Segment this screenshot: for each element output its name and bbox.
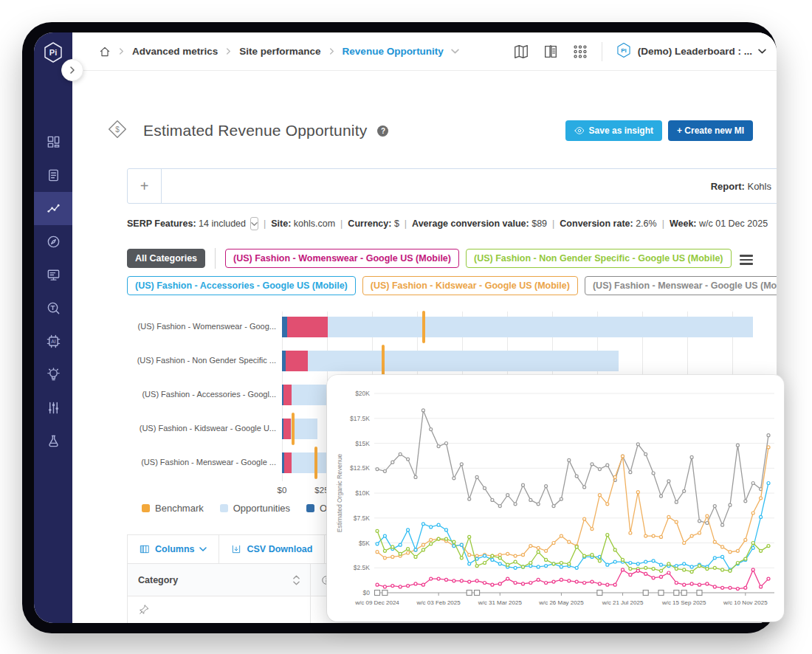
sort-icon[interactable] [293, 575, 300, 585]
bar-row[interactable] [282, 419, 317, 439]
bar-axis-tick: $0 [278, 486, 287, 495]
bar-row[interactable] [282, 351, 619, 371]
meta-value: kohls.com [294, 218, 335, 229]
sidebar-item-performance-trend[interactable] [34, 192, 72, 225]
create-new-mi-button[interactable]: + Create new MI [668, 120, 753, 141]
sidebar-item-explore[interactable] [34, 225, 72, 258]
svg-text:w/c 21 Jul 2025: w/c 21 Jul 2025 [602, 599, 644, 606]
benchmark-tick [422, 311, 425, 343]
meta-label: Average conversion value: [412, 218, 529, 229]
sidebar-item-reports[interactable] [34, 159, 72, 192]
meta-label: Conversion rate: [560, 218, 633, 229]
axis-annotation-marker [697, 591, 702, 596]
sidebar-item-settings-sliders[interactable] [34, 391, 72, 424]
bar-category-label: (US) Fashion - Womenswear - Goog... [117, 322, 276, 331]
series-green [377, 531, 768, 571]
app-launcher-icon[interactable] [572, 44, 588, 60]
opportunities-segment [308, 351, 619, 371]
home-icon[interactable] [99, 46, 111, 58]
help-icon[interactable]: ? [377, 125, 388, 137]
axis-annotation-marker [475, 591, 480, 596]
chip-all-categories[interactable]: All Categories [127, 249, 205, 268]
axis-annotation-marker [467, 591, 472, 596]
svg-text:$15K: $15K [355, 440, 370, 447]
sidebar-item-insights[interactable] [34, 358, 72, 391]
series-gray [377, 410, 768, 525]
revenue-opportunity-segment [284, 452, 292, 473]
meta-label: Site: [271, 218, 291, 229]
bar-category-label: (US) Fashion - Accessories - Googl... [117, 390, 276, 399]
sidebar-item-labs[interactable] [34, 424, 72, 458]
book-icon[interactable] [543, 44, 559, 60]
chevron-down-icon [758, 47, 766, 55]
account-menu[interactable]: Pi (Demo) Leaderboard : ... [616, 42, 766, 61]
meta-value: $89 [531, 218, 547, 229]
bar-category-label: (US) Fashion - Menswear - Google ... [117, 458, 276, 467]
map-icon[interactable] [513, 44, 529, 60]
pi-account-icon: Pi [616, 42, 632, 61]
pin-icon[interactable] [138, 607, 150, 618]
category-column-header: Category [138, 575, 178, 585]
revenue-opportunity-segment [286, 351, 309, 371]
svg-text:AI: AI [51, 339, 55, 344]
svg-text:$10K: $10K [355, 489, 370, 497]
chevron-down-icon [199, 545, 207, 553]
sidebar-item-dashboard[interactable] [34, 125, 72, 159]
report-card: + Report: Kohls [127, 168, 777, 204]
chevron-down-icon[interactable] [451, 47, 459, 55]
category-chip[interactable]: (US) Fashion - Womenswear - Google US (M… [225, 249, 459, 268]
sidebar-item-keyword-lookup[interactable] [34, 292, 72, 325]
axis-annotation-marker [674, 591, 679, 596]
pi-logo-icon[interactable]: Pi [42, 41, 64, 63]
svg-text:w/c 15 Sep 2025: w/c 15 Sep 2025 [661, 599, 706, 606]
organic-revenue-line-chart-panel[interactable]: Estimated Organic Revenue$20K$17.5K$15K$… [327, 375, 784, 622]
axis-annotation-marker [681, 591, 687, 596]
category-chip[interactable]: (US) Fashion - Non Gender Specific - Goo… [466, 249, 732, 268]
columns-icon [140, 544, 150, 554]
top-bar: Advanced metricsSite performanceRevenue … [72, 32, 777, 71]
breadcrumb-item[interactable]: Site performance [239, 46, 320, 57]
category-chip[interactable]: (US) Fashion - Kidswear - Google US (Mob… [362, 276, 578, 295]
svg-text:$17.5K: $17.5K [350, 415, 370, 422]
save-as-insight-button[interactable]: Save as insight [565, 120, 662, 141]
axis-annotation-marker [382, 591, 388, 596]
page-title: Estimated Revenue Opportunity [143, 122, 367, 140]
revenue-diamond-icon: $ [108, 120, 127, 142]
svg-text:$7.5K: $7.5K [354, 514, 371, 522]
svg-text:$5K: $5K [359, 540, 370, 547]
bar-row[interactable] [282, 317, 753, 337]
divider [602, 42, 602, 61]
opportunities-segment [291, 419, 317, 439]
sidebar-item-ai-tools[interactable]: AI [34, 325, 72, 358]
meta-value: w/c 01 Dec 2025 [699, 218, 768, 229]
meta-label: Week: [670, 218, 697, 229]
svg-text:w/c 31 Mar 2025: w/c 31 Mar 2025 [478, 599, 523, 606]
revenue-opportunity-segment [287, 317, 328, 337]
meta-row: SERP Features: 14 included|Site: kohls.c… [127, 217, 754, 230]
sidebar-item-monitor[interactable] [34, 258, 72, 292]
svg-text:w/c 10 Nov 2025: w/c 10 Nov 2025 [723, 599, 768, 606]
download-icon [231, 544, 241, 554]
category-chip[interactable]: (US) Fashion - Menswear - Google US (Mob… [585, 276, 777, 295]
chart-menu-icon[interactable] [740, 252, 753, 267]
meta-value: 14 included [199, 218, 246, 229]
columns-button[interactable]: Columns [128, 535, 219, 563]
legend-item: Opportunities [220, 503, 290, 514]
add-report-button[interactable]: + [128, 169, 162, 203]
category-chip[interactable]: (US) Fashion - Accessories - Google US (… [127, 276, 356, 295]
report-value: Report: Kohls [711, 181, 777, 192]
axis-annotation-marker [658, 591, 664, 596]
meta-label: SERP Features: [127, 218, 196, 229]
svg-text:$20K: $20K [355, 390, 370, 397]
svg-text:$2.5K: $2.5K [354, 564, 371, 571]
breadcrumb-item[interactable]: Advanced metrics [132, 46, 218, 57]
benchmark-tick [382, 345, 385, 377]
meta-value: $ [394, 218, 399, 229]
csv-download-button[interactable]: CSV Download [219, 535, 325, 563]
chevron-right-icon [118, 48, 125, 55]
svg-text:Pi: Pi [621, 47, 627, 54]
breadcrumb-item[interactable]: Revenue Opportunity [343, 46, 444, 57]
serp-features-dropdown[interactable] [250, 217, 258, 230]
bar-category-label: (US) Fashion - Non Gender Specific ... [117, 356, 276, 365]
sidebar-expand-button[interactable] [61, 59, 83, 81]
